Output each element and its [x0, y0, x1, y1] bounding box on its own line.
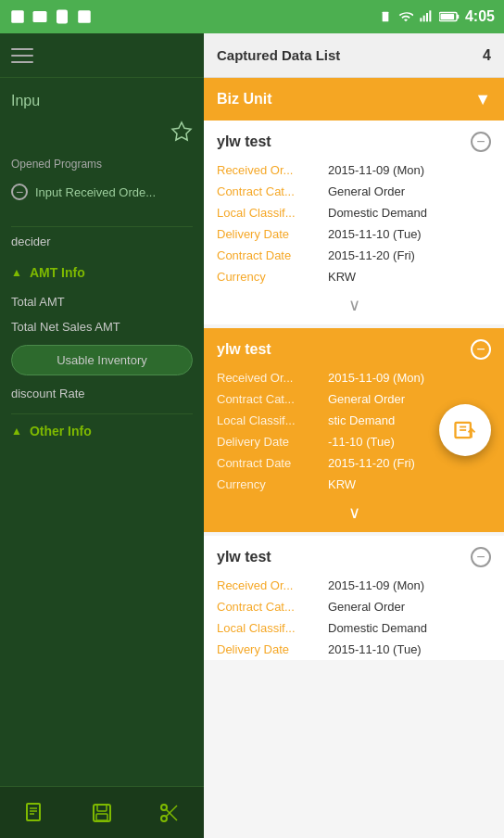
- other-info-section[interactable]: ▲ Other Info: [0, 414, 204, 448]
- value-contract-cat-3: General Order: [328, 600, 491, 614]
- card-1-row-3: Delivery Date 2015-11-10 (Tue): [204, 223, 504, 245]
- program-item[interactable]: Input Received Orde...: [0, 176, 204, 208]
- card-3-row-1: Contract Cat... General Order: [204, 596, 504, 617]
- card-1: ylw test − Received Or... 2015-11-09 (Mo…: [204, 121, 504, 324]
- status-bar-right: 4:05: [378, 8, 495, 25]
- card-1-remove-btn[interactable]: −: [471, 132, 491, 152]
- svg-rect-6: [423, 16, 425, 22]
- usable-inventory-btn[interactable]: Usable Inventory: [11, 345, 193, 375]
- cards-scroll-area[interactable]: ylw test − Received Or... 2015-11-09 (Mo…: [204, 121, 504, 838]
- svg-rect-5: [420, 18, 422, 21]
- decider-text: decider: [0, 227, 204, 256]
- decider-label: decider: [11, 235, 51, 248]
- phone-icon: [54, 8, 70, 25]
- svg-rect-2: [57, 10, 68, 24]
- biz-unit-dropdown-icon: ▼: [474, 90, 491, 109]
- save-icon: [91, 802, 113, 824]
- scissors-icon: [158, 802, 181, 824]
- hamburger-menu[interactable]: [11, 48, 33, 63]
- label-contract-date-1: Contract Date: [217, 248, 328, 262]
- svg-rect-12: [27, 804, 40, 820]
- label-currency-2: Currency: [217, 477, 328, 491]
- card-2-remove-btn[interactable]: −: [471, 339, 491, 360]
- amt-info-section[interactable]: ▲ AMT Info: [0, 256, 204, 289]
- card-3-remove-btn[interactable]: −: [471, 547, 491, 567]
- card-1-row-0: Received Or... 2015-11-09 (Mon): [204, 159, 504, 181]
- label-local-classif-3: Local Classif...: [217, 621, 328, 635]
- right-panel: Captured Data List 4 Biz Unit ▼ ylw test…: [204, 33, 504, 838]
- star-icon[interactable]: [170, 121, 193, 143]
- opened-programs-label: Opened Programs: [0, 143, 204, 176]
- card-3-row-0: Received Or... 2015-11-09 (Mon): [204, 575, 504, 596]
- status-bar-left: [9, 8, 93, 25]
- card-3: ylw test − Received Or... 2015-11-09 (Mo…: [204, 536, 504, 660]
- value-currency-2: KRW: [328, 477, 491, 491]
- svg-point-19: [161, 805, 167, 810]
- label-contract-cat-2: Contract Cat...: [217, 392, 328, 406]
- star-area: [0, 121, 204, 143]
- svg-rect-17: [97, 805, 107, 811]
- notification-icon: [9, 8, 26, 25]
- amt-info-label: AMT Info: [30, 265, 85, 280]
- label-delivery-1: Delivery Date: [217, 227, 328, 241]
- card-1-row-1: Contract Cat... General Order: [204, 181, 504, 202]
- svg-rect-8: [429, 10, 431, 21]
- captured-data-list-title: Captured Data List: [217, 47, 340, 63]
- value-delivery-1: 2015-11-10 (Tue): [328, 227, 491, 241]
- wifi-icon: [398, 9, 413, 24]
- label-received-or-2: Received Or...: [217, 371, 328, 385]
- card-2-expand-icon: ∨: [348, 502, 360, 523]
- value-local-classif-3: Domestic Demand: [328, 621, 491, 635]
- app-icon: [76, 8, 93, 25]
- card-1-header: ylw test −: [204, 121, 504, 159]
- label-received-or-3: Received Or...: [217, 578, 328, 592]
- left-top-bar: [0, 33, 204, 78]
- card-1-row-2: Local Classif... Domestic Demand: [204, 202, 504, 223]
- card-1-footer[interactable]: ∨: [204, 287, 504, 324]
- bottom-nav: [0, 786, 204, 838]
- total-amt-label: Total AMT: [11, 295, 65, 309]
- biz-unit-bar[interactable]: Biz Unit ▼: [204, 78, 504, 121]
- svg-rect-10: [457, 15, 459, 19]
- card-1-expand-icon: ∨: [348, 295, 360, 315]
- program-name: Input Received Orde...: [35, 185, 156, 199]
- captured-data-count: 4: [483, 47, 491, 64]
- other-info-label: Other Info: [30, 424, 92, 438]
- label-delivery-2: Delivery Date: [217, 435, 328, 449]
- card-3-row-2: Local Classif... Domestic Demand: [204, 617, 504, 639]
- settings-nav-icon[interactable]: [158, 802, 181, 824]
- input-section: Inpu: [0, 78, 204, 117]
- value-delivery-3: 2015-11-10 (Tue): [328, 642, 491, 656]
- fab-button[interactable]: [439, 404, 491, 456]
- svg-rect-0: [11, 10, 24, 23]
- total-amt-row: Total AMT: [0, 289, 204, 314]
- value-contract-date-2: 2015-11-20 (Fri): [328, 456, 491, 470]
- vibrate-icon: [378, 9, 393, 24]
- svg-rect-7: [426, 13, 428, 21]
- svg-rect-18: [96, 814, 107, 820]
- card-1-row-5: Currency KRW: [204, 266, 504, 287]
- close-program-icon[interactable]: [11, 184, 28, 200]
- label-contract-cat-3: Contract Cat...: [217, 600, 328, 614]
- right-header: Captured Data List 4: [204, 33, 504, 78]
- svg-rect-11: [440, 14, 454, 19]
- save-nav-icon[interactable]: [91, 802, 113, 824]
- card-2-footer[interactable]: ∨: [204, 495, 504, 532]
- value-received-or-1: 2015-11-09 (Mon): [328, 163, 491, 177]
- doc-nav-icon[interactable]: [23, 802, 45, 824]
- value-contract-cat-1: General Order: [328, 184, 491, 198]
- card-3-row-3: Delivery Date 2015-11-10 (Tue): [204, 639, 504, 660]
- document-icon: [23, 802, 45, 824]
- label-local-classif-2: Local Classif...: [217, 413, 328, 427]
- clock: 4:05: [465, 8, 495, 25]
- left-panel: Inpu Opened Programs Input Received Orde…: [0, 33, 204, 838]
- total-net-sales-label: Total Net Sales AMT: [11, 320, 120, 334]
- card-1-title: ylw test: [217, 133, 271, 150]
- card-3-title: ylw test: [217, 549, 271, 565]
- fab-edit-icon: [452, 417, 478, 443]
- label-received-or-1: Received Or...: [217, 163, 328, 177]
- value-local-classif-1: Domestic Demand: [328, 206, 491, 220]
- image-icon: [32, 8, 48, 25]
- signal-icon: [419, 9, 434, 24]
- label-local-classif-1: Local Classif...: [217, 206, 328, 220]
